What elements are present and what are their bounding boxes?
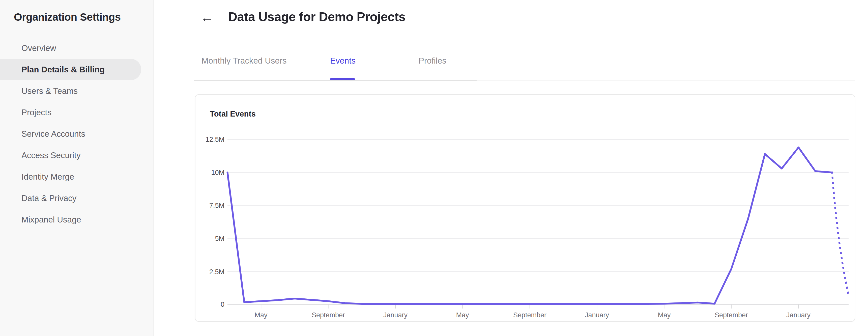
y-axis-label: 5M xyxy=(195,235,224,243)
events-line[interactable] xyxy=(227,147,832,304)
y-axis-label: 10M xyxy=(195,169,224,177)
sidebar-title: Organization Settings xyxy=(14,11,121,23)
page-title: Data Usage for Demo Projects xyxy=(228,9,405,24)
x-axis-label: May xyxy=(637,311,692,319)
chart-title: Total Events xyxy=(210,110,256,119)
sidebar-item-identity-merge[interactable]: Identity Merge xyxy=(0,166,154,187)
sidebar-nav-list: Overview Plan Details & Billing Users & … xyxy=(0,37,154,230)
tab-profiles[interactable]: Profiles xyxy=(418,56,446,66)
x-axis-label: January xyxy=(368,311,423,319)
sidebar-item-projects[interactable]: Projects xyxy=(0,102,154,123)
sidebar-item-access-security[interactable]: Access Security xyxy=(0,145,154,166)
tabs-bottom-border xyxy=(194,80,476,81)
x-axis-label: May xyxy=(233,311,289,319)
tab-monthly-tracked-users[interactable]: Monthly Tracked Users xyxy=(202,56,286,66)
x-axis-label: May xyxy=(435,311,490,319)
y-axis-label: 7.5M xyxy=(195,202,224,210)
sidebar-item-data-privacy[interactable]: Data & Privacy xyxy=(0,187,154,209)
x-axis-label: September xyxy=(704,311,759,319)
tab-events[interactable]: Events xyxy=(330,56,355,66)
sidebar: Organization Settings Overview Plan Deta… xyxy=(0,0,154,336)
total-events-line-chart[interactable] xyxy=(195,133,856,322)
sidebar-item-plan-details-billing[interactable]: Plan Details & Billing xyxy=(0,59,141,80)
organization-settings-screen: Organization Settings Overview Plan Deta… xyxy=(0,0,868,336)
total-events-card: Total Events 12.5M 10M 7.5M 5M 2.5M 0 Ma… xyxy=(195,94,855,322)
sidebar-item-service-accounts[interactable]: Service Accounts xyxy=(0,123,154,145)
x-axis-label: September xyxy=(301,311,356,319)
sidebar-item-mixpanel-usage[interactable]: Mixpanel Usage xyxy=(0,209,154,230)
x-axis-label: January xyxy=(569,311,625,319)
y-axis-label: 0 xyxy=(195,300,224,308)
back-arrow-icon[interactable]: ← xyxy=(198,8,216,26)
x-axis-label: September xyxy=(502,311,558,319)
tabs-bottom-border-extension xyxy=(476,81,855,81)
y-axis-label: 2.5M xyxy=(195,268,224,276)
sidebar-item-overview[interactable]: Overview xyxy=(0,37,154,59)
sidebar-item-users-teams[interactable]: Users & Teams xyxy=(0,80,154,102)
x-axis-label: January xyxy=(771,311,826,319)
y-axis-label: 12.5M xyxy=(195,135,224,144)
events-projected-dotted-line[interactable] xyxy=(832,173,849,297)
